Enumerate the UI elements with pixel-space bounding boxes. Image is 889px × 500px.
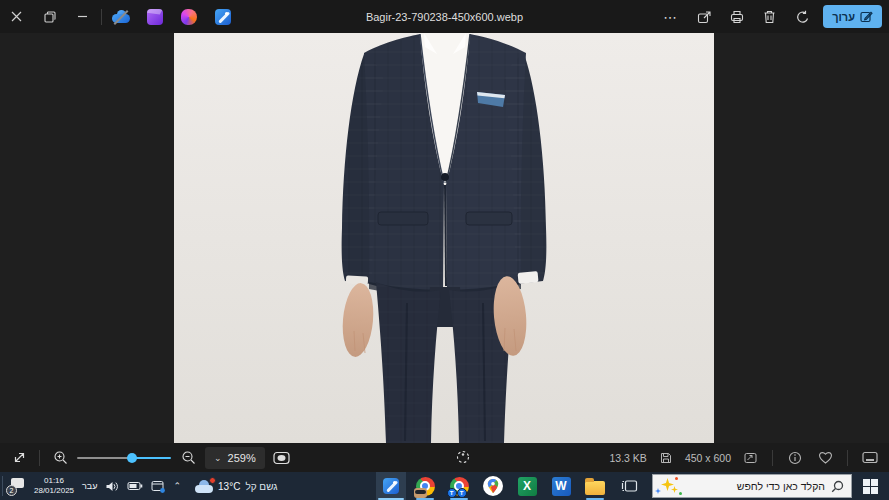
viewbar-divider [847, 450, 848, 466]
photos-app-icon [383, 478, 399, 494]
favorite-button[interactable] [814, 447, 836, 469]
profile-letter-badge: T [447, 488, 457, 498]
zoom-in-button[interactable] [49, 447, 71, 469]
battery-icon [127, 481, 143, 491]
viewbar-divider [39, 450, 40, 466]
zoom-level-dropdown[interactable]: ⌄ 259% [205, 447, 265, 469]
viewer-canvas[interactable] [0, 33, 889, 443]
titlebar-app-icons [104, 0, 240, 33]
google-maps-icon [483, 476, 503, 496]
notification-badge: 2 [6, 485, 17, 496]
zoom-slider-thumb[interactable] [127, 453, 137, 463]
chevron-down-icon: ⌄ [214, 453, 222, 463]
cloud-offline-button[interactable] [104, 0, 138, 33]
word-icon: W [552, 477, 571, 496]
speaker-icon [105, 480, 119, 493]
tray-app-icon [151, 480, 165, 493]
image-info-bar: 13.3 KB 450 x 600 [610, 447, 882, 469]
windows-taskbar: 2 01:16 28/01/2025 עבר ⌃ 13°C גשם קל [0, 472, 889, 500]
profile-letter-badge: T [457, 488, 467, 498]
file-size-value: 13.3 KB [610, 452, 647, 464]
titlebar: Bagir-23-790238-450x600.webp ⋯ ערוך [0, 0, 889, 33]
taskbar-chrome-profile-2[interactable]: T T [444, 472, 474, 500]
suit-model-illustration [174, 33, 714, 443]
weather-alert-badge [209, 477, 216, 484]
photo-suit-model[interactable] [174, 33, 714, 443]
task-view-button[interactable] [614, 472, 644, 500]
search-input[interactable] [683, 480, 825, 492]
rotate-icon [796, 10, 810, 24]
start-button[interactable] [852, 472, 889, 500]
fit-to-window-button[interactable] [271, 447, 293, 469]
image-edit-app-button[interactable] [206, 0, 240, 33]
slideshow-button[interactable] [859, 447, 881, 469]
chrome-icon: T T [450, 477, 469, 496]
profile-avatar-badge [414, 488, 427, 498]
restore-icon [44, 11, 56, 23]
zoom-controls: ⌄ 259% [8, 447, 293, 469]
more-options-button[interactable]: ⋯ [654, 0, 687, 33]
weather-cloud-icon [195, 480, 213, 493]
share-button[interactable] [687, 0, 720, 33]
cloud-offline-icon [112, 10, 130, 23]
zoom-out-button[interactable] [177, 447, 199, 469]
clock-time: 01:16 [34, 476, 74, 486]
excel-icon: X [518, 477, 537, 496]
battery-button[interactable] [127, 481, 143, 491]
heart-icon [818, 451, 833, 464]
action-center-button[interactable]: 2 [6, 476, 26, 496]
file-info-button[interactable] [784, 447, 806, 469]
zoom-slider-fill [135, 457, 171, 459]
taskbar-photos-app[interactable] [376, 472, 406, 500]
edit-button-label: ערוך [832, 11, 855, 23]
show-desktop-strip[interactable] [2, 476, 3, 496]
taskbar-chrome-profile-1[interactable] [410, 472, 440, 500]
weather-widget[interactable]: 13°C גשם קל [195, 480, 277, 493]
edit-button[interactable]: ערוך [823, 5, 882, 28]
taskbar-search-box[interactable] [652, 474, 852, 498]
taskbar-clock[interactable]: 01:16 28/01/2025 [34, 476, 74, 496]
designer-button[interactable] [172, 0, 206, 33]
trash-icon [763, 10, 776, 24]
designer-icon [181, 9, 197, 25]
search-highlights-icon[interactable] [653, 475, 683, 497]
viewer-toolbar: ⌄ 259% 13.3 KB 450 x 600 [0, 443, 889, 472]
rotate-button[interactable] [786, 0, 819, 33]
print-icon [730, 10, 744, 24]
print-button[interactable] [720, 0, 753, 33]
delete-button[interactable] [753, 0, 786, 33]
zoom-out-icon [181, 450, 196, 465]
zoom-level-value: 259% [228, 452, 256, 464]
taskbar-word[interactable]: W [546, 472, 576, 500]
language-indicator[interactable]: עבר [82, 481, 97, 491]
clipchamp-button[interactable] [138, 0, 172, 33]
weather-temperature: 13°C [218, 481, 240, 492]
fit-to-window-icon [273, 451, 290, 465]
tray-app-button[interactable] [151, 480, 165, 493]
dimensions-icon [739, 447, 761, 469]
weather-condition: גשם קל [245, 481, 277, 492]
close-button[interactable] [0, 0, 33, 33]
taskbar-file-explorer[interactable] [580, 472, 610, 500]
center-image-button[interactable] [452, 446, 474, 468]
volume-button[interactable] [105, 480, 119, 493]
slideshow-screen-icon [862, 451, 878, 464]
share-icon [697, 10, 711, 24]
minimize-icon [77, 11, 88, 22]
minimize-button[interactable] [66, 0, 99, 33]
file-size-icon [655, 447, 677, 469]
restore-button[interactable] [33, 0, 66, 33]
zoom-in-icon [53, 450, 68, 465]
fullscreen-button[interactable] [8, 447, 30, 469]
focus-target-icon [455, 449, 471, 465]
zoom-slider[interactable] [77, 447, 171, 469]
taskbar-excel[interactable]: X [512, 472, 542, 500]
windows-logo-icon [863, 479, 878, 494]
taskbar-google-maps[interactable] [478, 472, 508, 500]
taskbar-apps: T T X W [376, 472, 644, 500]
task-view-icon [621, 479, 638, 493]
file-explorer-icon [585, 481, 605, 495]
hidden-icons-button[interactable]: ⌃ [173, 481, 181, 491]
edit-icon [860, 10, 873, 23]
more-options-icon: ⋯ [663, 9, 678, 25]
